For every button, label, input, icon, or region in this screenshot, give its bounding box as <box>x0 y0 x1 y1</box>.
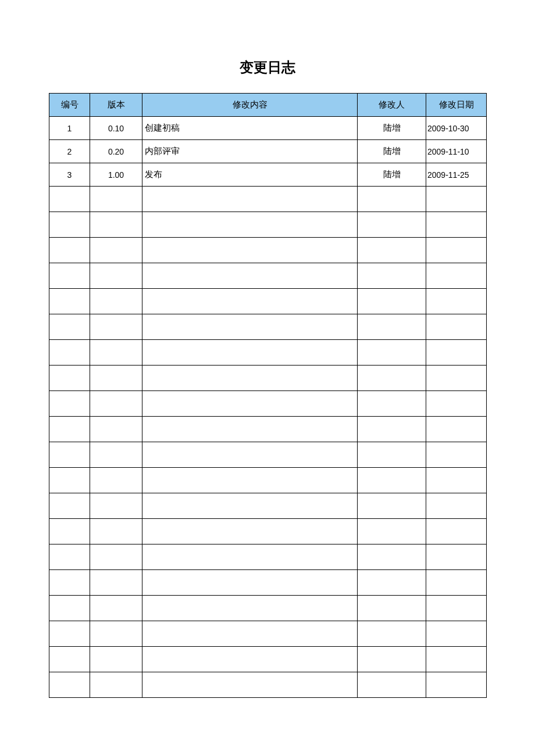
cell-empty <box>49 493 90 519</box>
cell-empty <box>142 570 358 596</box>
cell-content: 创建初稿 <box>142 117 358 140</box>
cell-empty <box>90 596 142 621</box>
cell-empty <box>90 340 142 366</box>
cell-empty <box>358 544 426 570</box>
cell-empty <box>358 187 426 212</box>
cell-author: 陆增 <box>358 163 426 187</box>
table-row-empty <box>49 672 487 698</box>
cell-empty <box>426 366 487 391</box>
cell-empty <box>90 314 142 340</box>
cell-empty <box>142 493 358 519</box>
changelog-table: 编号 版本 修改内容 修改人 修改日期 10.10创建初稿陆增2009-10-3… <box>49 93 487 698</box>
cell-empty <box>426 314 487 340</box>
table-row-empty <box>49 340 487 366</box>
table-row-empty <box>49 366 487 391</box>
table-row-empty <box>49 442 487 468</box>
cell-id: 2 <box>49 140 90 163</box>
cell-content: 发布 <box>142 163 358 187</box>
cell-empty <box>90 442 142 468</box>
cell-empty <box>426 672 487 698</box>
cell-empty <box>90 468 142 493</box>
cell-id: 3 <box>49 163 90 187</box>
cell-empty <box>90 647 142 672</box>
cell-empty <box>90 391 142 417</box>
table-row-empty <box>49 647 487 672</box>
table-row-empty <box>49 621 487 647</box>
cell-date: 2009-10-30 <box>426 117 487 140</box>
table-row-empty <box>49 544 487 570</box>
cell-date: 2009-11-10 <box>426 140 487 163</box>
cell-empty <box>90 366 142 391</box>
cell-empty <box>142 391 358 417</box>
cell-empty <box>426 391 487 417</box>
table-row-empty <box>49 238 487 263</box>
cell-empty <box>142 519 358 544</box>
cell-empty <box>49 366 90 391</box>
cell-empty <box>358 238 426 263</box>
cell-empty <box>142 468 358 493</box>
cell-empty <box>90 417 142 442</box>
table-row-empty <box>49 468 487 493</box>
cell-empty <box>49 187 90 212</box>
table-body: 10.10创建初稿陆增2009-10-3020.20内部评审陆增2009-11-… <box>49 117 487 698</box>
cell-empty <box>49 596 90 621</box>
cell-empty <box>90 212 142 238</box>
cell-empty <box>90 263 142 289</box>
cell-empty <box>142 621 358 647</box>
cell-empty <box>90 187 142 212</box>
cell-empty <box>142 314 358 340</box>
cell-empty <box>142 596 358 621</box>
cell-empty <box>90 544 142 570</box>
cell-empty <box>49 647 90 672</box>
table-row: 10.10创建初稿陆增2009-10-30 <box>49 117 487 140</box>
cell-empty <box>358 263 426 289</box>
table-row-empty <box>49 314 487 340</box>
cell-empty <box>358 519 426 544</box>
cell-empty <box>49 391 90 417</box>
cell-empty <box>142 340 358 366</box>
cell-empty <box>49 442 90 468</box>
cell-id: 1 <box>49 117 90 140</box>
cell-empty <box>358 289 426 314</box>
cell-empty <box>49 672 90 698</box>
cell-empty <box>49 519 90 544</box>
table-row-empty <box>49 570 487 596</box>
cell-empty <box>426 187 487 212</box>
cell-empty <box>358 596 426 621</box>
table-row: 20.20内部评审陆增2009-11-10 <box>49 140 487 163</box>
cell-empty <box>426 417 487 442</box>
cell-empty <box>358 468 426 493</box>
table-row-empty <box>49 187 487 212</box>
cell-version: 0.10 <box>90 117 142 140</box>
cell-empty <box>142 238 358 263</box>
cell-empty <box>90 519 142 544</box>
cell-empty <box>90 570 142 596</box>
cell-empty <box>142 544 358 570</box>
cell-empty <box>358 493 426 519</box>
cell-empty <box>142 672 358 698</box>
cell-empty <box>426 519 487 544</box>
cell-empty <box>426 647 487 672</box>
cell-empty <box>426 289 487 314</box>
cell-empty <box>142 289 358 314</box>
cell-empty <box>358 391 426 417</box>
cell-empty <box>358 340 426 366</box>
cell-empty <box>142 442 358 468</box>
col-header-version: 版本 <box>90 94 142 117</box>
col-header-content: 修改内容 <box>142 94 358 117</box>
table-row-empty <box>49 519 487 544</box>
cell-empty <box>358 442 426 468</box>
cell-empty <box>49 238 90 263</box>
cell-empty <box>426 468 487 493</box>
cell-empty <box>49 314 90 340</box>
cell-empty <box>358 212 426 238</box>
cell-empty <box>358 366 426 391</box>
cell-empty <box>426 212 487 238</box>
cell-empty <box>90 493 142 519</box>
cell-empty <box>49 263 90 289</box>
table-row: 31.00发布陆增2009-11-25 <box>49 163 487 187</box>
cell-empty <box>426 544 487 570</box>
table-row-empty <box>49 596 487 621</box>
cell-empty <box>358 621 426 647</box>
cell-empty <box>90 289 142 314</box>
